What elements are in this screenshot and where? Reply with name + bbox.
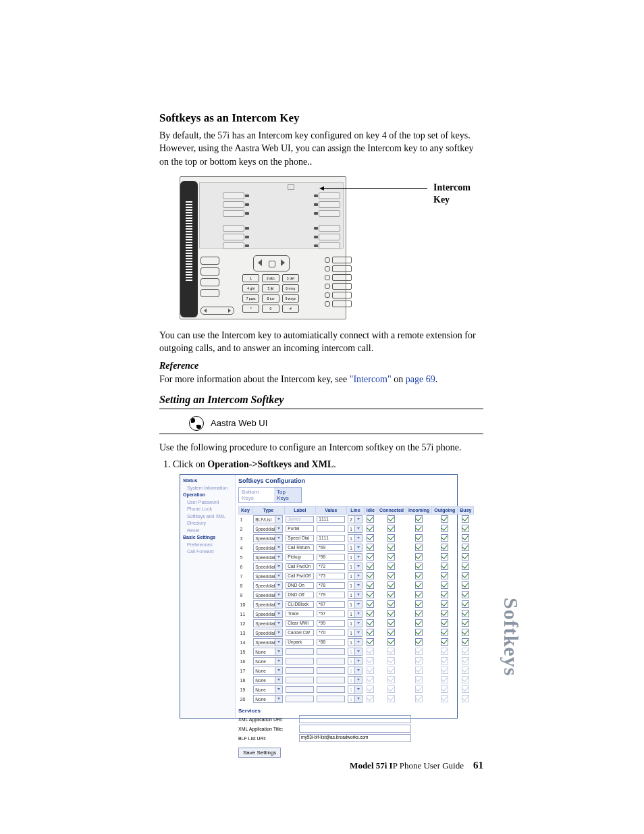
line-select[interactable]: 1 [348, 563, 363, 571]
state-checkbox[interactable] [441, 610, 448, 617]
type-select[interactable]: Speeddial [253, 525, 283, 533]
line-select[interactable]: 1 [348, 638, 363, 646]
state-checkbox[interactable] [462, 619, 469, 627]
state-checkbox[interactable] [462, 591, 469, 598]
state-checkbox[interactable] [387, 638, 395, 646]
state-checkbox[interactable] [415, 629, 423, 636]
type-select[interactable]: None [253, 657, 283, 665]
value-input[interactable]: *70 [317, 629, 345, 636]
state-checkbox[interactable] [441, 534, 448, 542]
state-checkbox[interactable] [367, 553, 374, 561]
state-checkbox[interactable] [415, 534, 423, 542]
value-input[interactable]: 1111 [317, 516, 345, 523]
state-checkbox[interactable] [387, 619, 395, 627]
value-input[interactable]: 1111 [317, 535, 345, 542]
type-select[interactable]: Speeddial [253, 572, 283, 580]
state-checkbox[interactable] [415, 563, 423, 570]
line-select[interactable]: 1 [348, 581, 363, 590]
value-input[interactable]: *99 [317, 620, 345, 627]
line-select[interactable]: 1 [348, 619, 363, 627]
label-input[interactable]: Call FwdOn [286, 563, 314, 570]
label-input[interactable]: Portal [286, 525, 314, 532]
line-select[interactable]: 1 [348, 553, 363, 561]
blf-uri-input[interactable]: my53i-blf-list@as.broadworks.com [299, 734, 411, 742]
line-select[interactable]: 1 [348, 629, 363, 637]
state-checkbox[interactable] [441, 629, 448, 636]
state-checkbox[interactable] [441, 515, 448, 523]
save-settings-button[interactable]: Save Settings [238, 748, 281, 758]
label-input[interactable]: Cancel CW [286, 629, 314, 636]
state-checkbox[interactable] [415, 525, 423, 532]
intercom-link[interactable]: "Intercom" [350, 374, 392, 384]
line-select[interactable]: 1 [348, 610, 363, 618]
label-input[interactable]: Speed Dial [286, 535, 314, 542]
state-checkbox[interactable] [367, 619, 374, 627]
line-select[interactable]: 1 [348, 572, 363, 580]
label-input[interactable]: Call FwdOff [286, 573, 314, 579]
label-input[interactable]: Clear MWI [286, 620, 314, 627]
state-checkbox[interactable] [415, 600, 423, 608]
line-select[interactable]: 2 [348, 515, 363, 523]
type-select[interactable]: Speeddial [253, 581, 283, 590]
state-checkbox[interactable] [462, 600, 469, 608]
type-select[interactable]: Speeddial [253, 591, 283, 599]
state-checkbox[interactable] [441, 638, 448, 646]
value-input[interactable]: *88 [317, 639, 345, 646]
state-checkbox[interactable] [367, 572, 374, 579]
xml-uri-input[interactable] [299, 715, 411, 723]
xml-title-input[interactable] [299, 725, 411, 733]
state-checkbox[interactable] [415, 638, 423, 646]
page-link[interactable]: page 69 [406, 374, 435, 384]
state-checkbox[interactable] [462, 638, 469, 646]
value-input[interactable]: *57 [317, 610, 345, 617]
type-select[interactable]: None [253, 648, 283, 656]
value-input[interactable] [317, 525, 345, 532]
state-checkbox[interactable] [441, 600, 448, 608]
type-select[interactable]: Speeddial [253, 629, 283, 637]
state-checkbox[interactable] [441, 563, 448, 570]
state-checkbox[interactable] [441, 525, 448, 532]
state-checkbox[interactable] [415, 572, 423, 579]
state-checkbox[interactable] [367, 610, 374, 617]
state-checkbox[interactable] [387, 525, 395, 532]
state-checkbox[interactable] [367, 544, 374, 551]
state-checkbox[interactable] [441, 553, 448, 561]
state-checkbox[interactable] [387, 581, 395, 589]
value-input[interactable]: *98 [317, 554, 345, 561]
tab-top-keys[interactable]: Top Keys [274, 488, 301, 502]
state-checkbox[interactable] [367, 563, 374, 570]
type-select[interactable]: Speeddial [253, 544, 283, 552]
type-select[interactable]: None [253, 676, 283, 684]
value-input[interactable]: *67 [317, 601, 345, 608]
type-select[interactable]: None [253, 685, 283, 694]
state-checkbox[interactable] [367, 591, 374, 598]
line-select[interactable]: 1 [348, 525, 363, 533]
value-input[interactable]: *73 [317, 573, 345, 579]
state-checkbox[interactable] [441, 619, 448, 627]
label-input[interactable]: Trace [286, 610, 314, 617]
state-checkbox[interactable] [415, 515, 423, 523]
value-input[interactable]: *72 [317, 563, 345, 570]
state-checkbox[interactable] [387, 553, 395, 561]
state-checkbox[interactable] [415, 591, 423, 598]
state-checkbox[interactable] [462, 610, 469, 617]
value-input[interactable]: *79 [317, 592, 345, 598]
type-select[interactable]: Speeddial [253, 638, 283, 646]
value-input[interactable]: *69 [317, 544, 345, 551]
label-input[interactable]: James [286, 516, 314, 523]
type-select[interactable]: Speeddial [253, 600, 283, 608]
state-checkbox[interactable] [387, 515, 395, 523]
state-checkbox[interactable] [387, 600, 395, 608]
state-checkbox[interactable] [415, 581, 423, 589]
state-checkbox[interactable] [441, 591, 448, 598]
type-select[interactable]: Speeddial [253, 534, 283, 542]
state-checkbox[interactable] [387, 572, 395, 579]
state-checkbox[interactable] [367, 581, 374, 589]
state-checkbox[interactable] [415, 544, 423, 551]
state-checkbox[interactable] [415, 619, 423, 627]
state-checkbox[interactable] [367, 515, 374, 523]
state-checkbox[interactable] [462, 629, 469, 636]
state-checkbox[interactable] [367, 638, 374, 646]
value-input[interactable]: *78 [317, 582, 345, 589]
type-select[interactable]: None [253, 695, 283, 703]
